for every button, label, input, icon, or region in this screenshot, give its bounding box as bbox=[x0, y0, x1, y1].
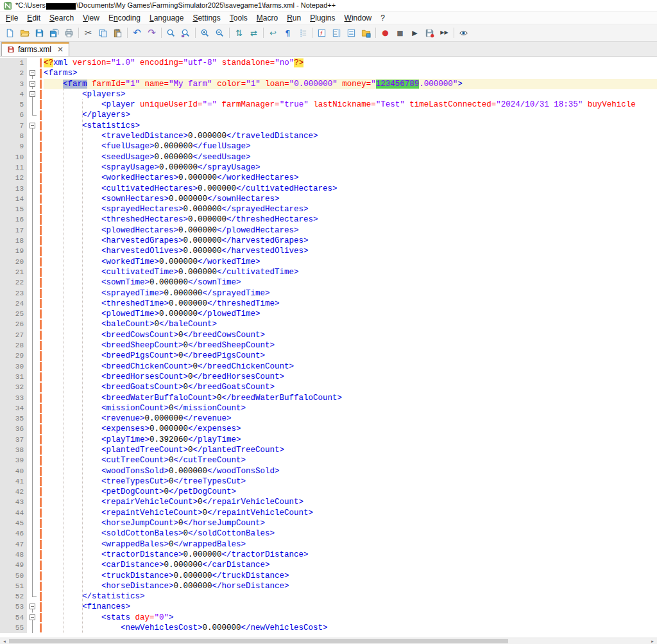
undo-icon[interactable]: ↶ bbox=[130, 26, 144, 40]
replace-icon[interactable] bbox=[179, 26, 192, 40]
code-text[interactable]: <sownHectares>0.000000</sownHectares> bbox=[44, 194, 657, 204]
folder-as-workspace-icon[interactable] bbox=[359, 26, 373, 40]
code-text[interactable]: <plowedHectares>0.000000</plowedHectares… bbox=[44, 225, 657, 236]
fold-toggle[interactable] bbox=[27, 602, 38, 612]
code-text[interactable]: <?xml version="1.0" encoding="utf-8" sta… bbox=[44, 58, 657, 68]
save-macro-icon[interactable] bbox=[423, 26, 436, 40]
code-text[interactable]: <truckDistance>0.000000</truckDistance> bbox=[44, 571, 657, 581]
code-text[interactable]: <woodTonsSold>0.000000</woodTonsSold> bbox=[44, 466, 657, 476]
stop-recording-icon[interactable]: ■ bbox=[393, 26, 407, 40]
code-text[interactable]: <harvestedOlives>0.000000</harvestedOliv… bbox=[44, 246, 657, 256]
scroll-right-arrow[interactable]: ► bbox=[648, 638, 657, 644]
cut-icon[interactable]: ✂ bbox=[81, 26, 95, 40]
code-text[interactable]: <repairVehicleCount>0</repairVehicleCoun… bbox=[44, 497, 657, 507]
fold-toggle[interactable] bbox=[27, 613, 38, 623]
print-icon[interactable] bbox=[62, 26, 76, 40]
run-macro-multiple-icon[interactable]: ▶▶ bbox=[438, 26, 451, 40]
code-text[interactable]: <playTime>0.392060</playTime> bbox=[44, 435, 657, 445]
tab-close-icon[interactable]: ✕ bbox=[57, 46, 64, 53]
code-text[interactable]: <farms> bbox=[44, 68, 657, 78]
menu-tools[interactable]: Tools bbox=[225, 12, 252, 24]
code-text[interactable]: <cultivatedTime>0.000000</cultivatedTime… bbox=[44, 267, 657, 277]
show-all-characters-icon[interactable]: ¶ bbox=[281, 26, 294, 40]
code-text[interactable]: <sprayedHectares>0.000000</sprayedHectar… bbox=[44, 204, 657, 214]
code-text[interactable]: <plantedTreeCount>0</plantedTreeCount> bbox=[44, 445, 657, 455]
code-text[interactable]: <sprayUsage>0.000000</sprayUsage> bbox=[44, 162, 657, 173]
menu-help[interactable]: ? bbox=[376, 12, 389, 24]
code-text[interactable]: <cutTreeCount>0</cutTreeCount> bbox=[44, 455, 657, 466]
code-text[interactable]: <players> bbox=[44, 89, 657, 100]
code-text[interactable]: <breedCowsCount>0</breedCowsCount> bbox=[44, 330, 657, 340]
code-text[interactable]: <missionCount>0</missionCount> bbox=[44, 403, 657, 413]
paste-icon[interactable] bbox=[111, 26, 124, 40]
code-text[interactable]: <plowedTime>0.000000</plowedTime> bbox=[44, 309, 657, 319]
scrollbar-track[interactable] bbox=[508, 638, 648, 644]
menu-search[interactable]: Search bbox=[45, 12, 78, 24]
code-text[interactable]: <horseJumpCount>0</horseJumpCount> bbox=[44, 518, 657, 528]
menu-settings[interactable]: Settings bbox=[188, 12, 225, 24]
zoom-out-icon[interactable] bbox=[213, 26, 226, 40]
code-text[interactable]: <breedHorsesCount>0</breedHorsesCount> bbox=[44, 372, 657, 382]
find-icon[interactable] bbox=[164, 26, 178, 40]
menu-encoding[interactable]: Encoding bbox=[104, 12, 145, 24]
scrollbar-thumb[interactable] bbox=[9, 639, 508, 643]
code-text[interactable]: <cultivatedHectares>0.000000</cultivated… bbox=[44, 184, 657, 194]
menu-edit[interactable]: Edit bbox=[22, 12, 45, 24]
code-text[interactable]: <expenses>0.000000</expenses> bbox=[44, 424, 657, 434]
code-text[interactable]: <statistics> bbox=[44, 121, 657, 131]
fold-toggle[interactable] bbox=[27, 68, 38, 78]
code-text[interactable]: <baleCount>0</baleCount> bbox=[44, 319, 657, 329]
code-text[interactable]: <breedGoatsCount>0</breedGoatsCount> bbox=[44, 382, 657, 392]
code-text[interactable]: <carDistance>0.000000</carDistance> bbox=[44, 560, 657, 570]
fold-toggle[interactable] bbox=[27, 89, 38, 100]
menu-plugins[interactable]: Plugins bbox=[305, 12, 339, 24]
document-list-icon[interactable] bbox=[345, 26, 358, 40]
code-text[interactable]: <seedUsage>0.000000</seedUsage> bbox=[44, 152, 657, 162]
word-wrap-icon[interactable]: ↩ bbox=[266, 26, 280, 40]
code-text[interactable]: </players> bbox=[44, 110, 657, 120]
tab-farms-xml[interactable]: farms.xml ✕ bbox=[1, 42, 69, 56]
code-text[interactable]: <horseDistance>0.000000</horseDistance> bbox=[44, 581, 657, 591]
code-text[interactable]: <breedWaterBuffaloCount>0</breedWaterBuf… bbox=[44, 393, 657, 403]
code-text[interactable]: <threshedTime>0.000000</threshedTime> bbox=[44, 299, 657, 309]
code-text[interactable]: </statistics> bbox=[44, 591, 657, 602]
code-text[interactable]: <breedChickenCount>0</breedChickenCount> bbox=[44, 361, 657, 372]
open-file-icon[interactable] bbox=[18, 26, 31, 40]
code-text[interactable]: <farm farmId="1" name="My farm" color="1… bbox=[44, 79, 657, 89]
menu-file[interactable]: File bbox=[1, 12, 22, 24]
menu-macro[interactable]: Macro bbox=[252, 12, 282, 24]
code-text[interactable]: <stats day="0"> bbox=[44, 613, 657, 623]
code-text[interactable]: <breedSheepCount>0</breedSheepCount> bbox=[44, 340, 657, 351]
horizontal-scrollbar[interactable]: ◄ ► bbox=[0, 638, 657, 644]
document-map-icon[interactable] bbox=[330, 26, 343, 40]
sync-horizontal-scroll-icon[interactable]: ⇄ bbox=[247, 26, 260, 40]
code-text[interactable]: <harvestedGrapes>0.000000</harvestedGrap… bbox=[44, 236, 657, 246]
record-macro-icon[interactable]: ● bbox=[379, 26, 392, 40]
code-text[interactable]: <wrappedBales>0</wrappedBales> bbox=[44, 539, 657, 550]
code-text[interactable]: <tractorDistance>0.000000</tractorDistan… bbox=[44, 550, 657, 560]
code-text[interactable]: <threshedHectares>0.000000</threshedHect… bbox=[44, 214, 657, 225]
code-text[interactable]: <sprayedTime>0.000000</sprayedTime> bbox=[44, 288, 657, 299]
zoom-in-icon[interactable] bbox=[198, 26, 212, 40]
code-text[interactable]: <finances> bbox=[44, 602, 657, 612]
code-text[interactable]: <workedHectares>0.000000</workedHectares… bbox=[44, 173, 657, 183]
menu-view[interactable]: View bbox=[78, 12, 104, 24]
code-text[interactable]: <newVehiclesCost>0.000000</newVehiclesCo… bbox=[44, 623, 657, 633]
code-text[interactable]: <player uniqueUserId="=" farmManager="tr… bbox=[44, 100, 657, 110]
code-text[interactable]: <sownTime>0.000000</sownTime> bbox=[44, 277, 657, 288]
code-text[interactable]: <soldCottonBales>0</soldCottonBales> bbox=[44, 528, 657, 539]
code-text[interactable]: <repaintVehicleCount>0</repaintVehicleCo… bbox=[44, 508, 657, 518]
sync-vertical-scroll-icon[interactable]: ⇅ bbox=[232, 26, 246, 40]
new-file-icon[interactable] bbox=[3, 26, 17, 40]
code-text[interactable]: <workedTime>0.000000</workedTime> bbox=[44, 257, 657, 267]
copy-icon[interactable] bbox=[96, 26, 110, 40]
menu-run[interactable]: Run bbox=[282, 12, 305, 24]
show-indent-guide-icon[interactable] bbox=[296, 26, 309, 40]
code-text[interactable]: <treeTypesCut>0</treeTypesCut> bbox=[44, 476, 657, 487]
code-text[interactable]: <petDogCount>0</petDogCount> bbox=[44, 487, 657, 497]
playback-macro-icon[interactable]: ▶ bbox=[408, 26, 422, 40]
code-text[interactable]: <breedPigsCount>0</breedPigsCount> bbox=[44, 351, 657, 361]
scroll-left-arrow[interactable]: ◄ bbox=[0, 638, 9, 644]
save-file-icon[interactable] bbox=[33, 26, 46, 40]
monitoring-icon[interactable] bbox=[457, 26, 470, 40]
